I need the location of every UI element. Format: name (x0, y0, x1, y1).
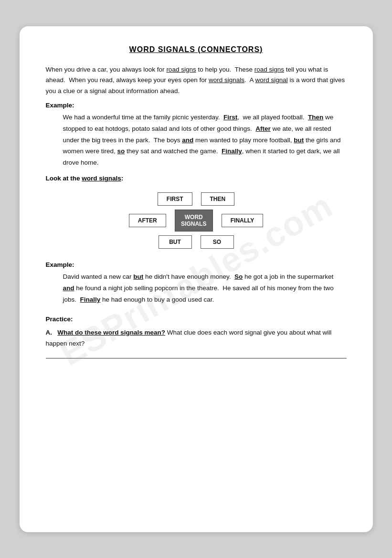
signal-then: Then (308, 114, 323, 121)
look-label: Look at the word signals: (46, 175, 347, 182)
term-road-signs-1: road signs (166, 66, 196, 73)
signal-and-2: and (63, 284, 74, 292)
signal-so-1: so (117, 147, 125, 155)
page-container: ESPrintables.com WORD SIGNALS (CONNECTOR… (20, 26, 373, 532)
term-word-signal-2: word signal (255, 76, 288, 84)
word-signals-diagram: FIRST THEN AFTER WORDSIGNALS FINALLY BUT… (46, 190, 347, 251)
diagram-box-center: WORDSIGNALS (175, 210, 213, 232)
diagram-middle-row: AFTER WORDSIGNALS FINALLY (129, 210, 264, 232)
practice-label: Practice: (46, 316, 347, 323)
signal-first: First (223, 114, 237, 121)
term-word-signals-diagram: word signals (82, 175, 121, 182)
signal-but-1: but (294, 137, 304, 144)
example1-text: We had a wonderful time at the family pi… (63, 112, 347, 168)
signal-finally-1: Finally (222, 147, 242, 155)
signal-after: After (255, 125, 271, 132)
example2-text: David wanted a new car but he didn't hav… (63, 271, 347, 305)
practice-a-bold-question: What do these word signals mean? (57, 329, 165, 336)
diagram-box-but: BUT (159, 235, 192, 249)
term-road-signs-2: road signs (254, 66, 284, 73)
diagram-bottom-row: BUT SO (159, 235, 234, 249)
practice-question-a: A. What do these word signals mean? What… (46, 327, 347, 349)
page-title: WORD SIGNALS (CONNECTORS) (46, 45, 347, 54)
diagram-box-after: AFTER (129, 214, 166, 227)
practice-a-label: A. (46, 329, 53, 336)
example2-label: Example: (46, 261, 347, 268)
signal-finally-2: Finally (80, 296, 101, 303)
example1-label: Example: (46, 102, 347, 109)
practice-answer-line (46, 358, 347, 358)
signal-but-2: but (133, 273, 143, 280)
diagram-box-then: THEN (201, 192, 235, 206)
diagram-box-finally: FINALLY (222, 214, 264, 227)
signal-so-2: So (234, 273, 243, 280)
diagram-top-row: FIRST THEN (158, 192, 234, 206)
term-word-signals-1: word signals (209, 76, 244, 84)
diagram-box-first: FIRST (158, 192, 192, 206)
signal-and-1: and (182, 137, 193, 144)
intro-paragraph: When you drive a car, you always look fo… (46, 64, 347, 97)
diagram-box-so: SO (201, 235, 234, 249)
